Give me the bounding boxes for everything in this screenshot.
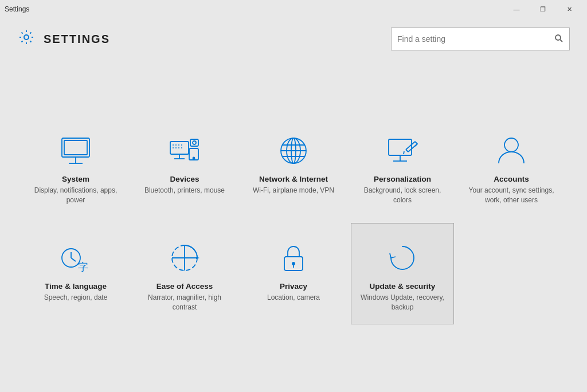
personalization-name: Personalization bbox=[374, 175, 431, 183]
accounts-icon bbox=[494, 134, 529, 168]
ease-icon bbox=[167, 241, 202, 275]
svg-line-34 bbox=[404, 151, 404, 154]
header-left: SETTINGS bbox=[17, 28, 110, 50]
svg-line-33 bbox=[406, 150, 408, 152]
network-name: Network & Internet bbox=[259, 175, 328, 183]
main-content: System Display, notifications, apps, pow… bbox=[0, 60, 587, 392]
search-input[interactable] bbox=[397, 34, 554, 44]
svg-rect-3 bbox=[62, 138, 89, 157]
setting-ease[interactable]: Ease of Access Narrator, magnifier, high… bbox=[133, 223, 236, 324]
setting-placeholder bbox=[460, 223, 563, 324]
app-title: SETTINGS bbox=[44, 33, 110, 46]
time-desc: Speech, region, date bbox=[44, 293, 108, 303]
setting-devices[interactable]: Devices Bluetooth, printers, mouse bbox=[133, 116, 236, 217]
search-box[interactable] bbox=[391, 28, 570, 50]
title-bar: Settings — ❐ ✕ bbox=[0, 0, 587, 18]
svg-point-11 bbox=[193, 158, 195, 159]
svg-text:字: 字 bbox=[78, 261, 88, 273]
maximize-button[interactable]: ❐ bbox=[530, 0, 556, 18]
personalization-icon bbox=[385, 134, 420, 168]
update-name: Update & security bbox=[370, 282, 436, 291]
settings-row-1: System Display, notifications, apps, pow… bbox=[24, 116, 563, 217]
network-desc: Wi-Fi, airplane mode, VPN bbox=[253, 186, 334, 195]
update-desc: Windows Update, recovery, backup bbox=[357, 293, 448, 312]
svg-marker-43 bbox=[196, 257, 199, 259]
ease-desc: Narrator, magnifier, high contrast bbox=[139, 293, 230, 312]
window-title: Settings bbox=[5, 5, 29, 13]
svg-rect-6 bbox=[64, 140, 87, 155]
minimize-button[interactable]: — bbox=[503, 0, 530, 18]
system-name: System bbox=[62, 175, 89, 183]
accounts-name: Accounts bbox=[494, 175, 529, 183]
svg-point-21 bbox=[193, 141, 196, 144]
setting-time[interactable]: 字 Time & language Speech, region, date bbox=[24, 223, 127, 324]
devices-icon bbox=[167, 134, 202, 168]
header: SETTINGS bbox=[0, 18, 587, 60]
setting-update[interactable]: Update & security Windows Update, recove… bbox=[351, 223, 454, 324]
ease-name: Ease of Access bbox=[156, 282, 213, 291]
setting-accounts[interactable]: Accounts Your account, sync settings, wo… bbox=[460, 116, 563, 217]
svg-line-38 bbox=[71, 258, 76, 261]
svg-point-35 bbox=[504, 138, 518, 152]
privacy-name: Privacy bbox=[280, 282, 307, 291]
window-controls: — ❐ ✕ bbox=[503, 0, 582, 18]
svg-line-2 bbox=[560, 40, 562, 42]
setting-privacy[interactable]: Privacy Location, camera bbox=[242, 223, 345, 324]
svg-point-1 bbox=[555, 35, 561, 40]
svg-point-0 bbox=[24, 35, 29, 40]
setting-network[interactable]: Network & Internet Wi-Fi, airplane mode,… bbox=[242, 116, 345, 217]
settings-gear-icon bbox=[17, 28, 36, 50]
svg-point-45 bbox=[292, 262, 295, 265]
setting-personalization[interactable]: Personalization Background, lock screen,… bbox=[351, 116, 454, 217]
accounts-desc: Your account, sync settings, work, other… bbox=[466, 186, 557, 205]
personalization-desc: Background, lock screen, colors bbox=[357, 186, 448, 205]
system-icon bbox=[58, 134, 93, 168]
devices-desc: Bluetooth, printers, mouse bbox=[144, 186, 225, 195]
search-icon-button[interactable] bbox=[554, 34, 563, 45]
devices-name: Devices bbox=[170, 175, 199, 183]
network-icon bbox=[276, 134, 311, 168]
system-desc: Display, notifications, apps, power bbox=[30, 186, 121, 205]
time-name: Time & language bbox=[45, 282, 107, 291]
close-button[interactable]: ✕ bbox=[556, 0, 582, 18]
time-icon: 字 bbox=[58, 241, 93, 275]
update-icon bbox=[385, 241, 420, 275]
privacy-icon bbox=[276, 241, 311, 275]
svg-rect-20 bbox=[190, 139, 198, 146]
setting-system[interactable]: System Display, notifications, apps, pow… bbox=[24, 116, 127, 217]
svg-line-31 bbox=[406, 142, 415, 150]
settings-row-2: 字 Time & language Speech, region, date E… bbox=[24, 223, 563, 324]
privacy-desc: Location, camera bbox=[267, 293, 320, 303]
